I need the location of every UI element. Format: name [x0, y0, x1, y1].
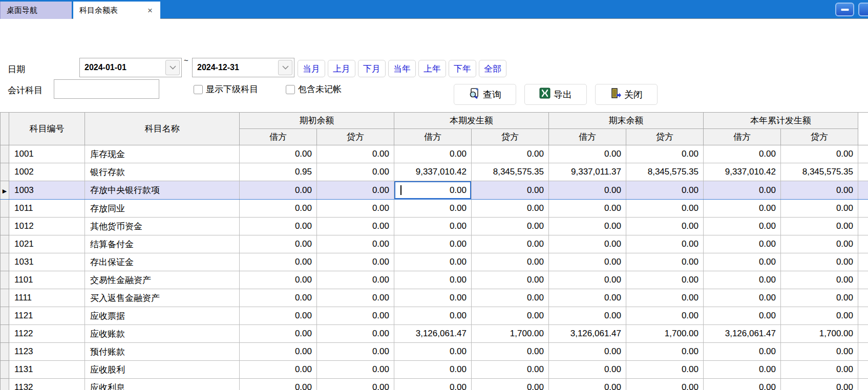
amount-cell[interactable]: 0.00 — [781, 235, 858, 253]
amount-cell[interactable]: 0.00 — [472, 181, 549, 200]
amount-cell[interactable]: 0.00 — [704, 200, 781, 218]
header-credit[interactable]: 贷方 — [626, 129, 704, 145]
amount-cell[interactable]: 0.00 — [394, 379, 472, 390]
amount-cell[interactable]: 0.00 — [626, 145, 704, 163]
amount-cell[interactable]: 0.95 — [240, 163, 317, 181]
minimize-button[interactable] — [835, 3, 854, 16]
amount-cell[interactable]: 0.00 — [472, 379, 549, 390]
amount-cell[interactable]: 0.00 — [317, 379, 394, 390]
header-credit[interactable]: 贷方 — [472, 129, 549, 145]
amount-cell[interactable]: 0.00 — [240, 379, 317, 390]
row-gutter[interactable] — [1, 200, 9, 218]
amount-cell[interactable]: 0.00 — [240, 325, 317, 343]
amount-cell[interactable]: 1,700.00 — [781, 325, 858, 343]
amount-cell[interactable]: 0.00 — [781, 145, 858, 163]
amount-cell[interactable]: 1,700.00 — [472, 325, 549, 343]
account-name-cell[interactable]: 存出保证金 — [85, 253, 240, 271]
amount-cell[interactable]: 0.00 — [472, 343, 549, 361]
amount-cell[interactable]: 0.00 — [317, 200, 394, 218]
row-gutter[interactable] — [1, 145, 9, 163]
amount-cell[interactable]: 0.00 — [781, 253, 858, 271]
amount-cell[interactable]: 0.00 — [626, 379, 704, 390]
account-code-cell[interactable]: 1123 — [9, 343, 85, 361]
amount-cell[interactable]: 0.00 — [394, 271, 472, 289]
account-name-cell[interactable]: 存放中央银行款项 — [85, 181, 240, 200]
amount-cell[interactable]: 0.00 — [626, 235, 704, 253]
amount-cell[interactable]: 0.00 — [317, 271, 394, 289]
account-code-cell[interactable]: 1132 — [9, 379, 85, 390]
amount-cell[interactable]: 0.00 — [704, 289, 781, 307]
amount-cell[interactable]: 0.00 — [626, 181, 704, 200]
amount-cell[interactable]: 0.00 — [472, 218, 549, 235]
account-name-cell[interactable]: 应收票据 — [85, 307, 240, 325]
checkbox-icon[interactable] — [194, 85, 203, 94]
amount-cell[interactable]: 0.00 — [781, 343, 858, 361]
amount-cell[interactable]: 9,337,010.42 — [704, 163, 781, 181]
amount-cell[interactable]: 0.00 — [317, 307, 394, 325]
close-button[interactable]: 关闭 — [595, 84, 658, 105]
amount-cell[interactable]: 0.00 — [704, 253, 781, 271]
period-button-1[interactable]: 上月 — [328, 60, 355, 77]
account-code-cell[interactable]: 1001 — [9, 145, 85, 163]
amount-cell[interactable]: 0.00 — [317, 289, 394, 307]
account-name-cell[interactable]: 买入返售金融资产 — [85, 289, 240, 307]
account-code-cell[interactable]: 1101 — [9, 271, 85, 289]
account-name-cell[interactable]: 其他货币资金 — [85, 218, 240, 235]
amount-cell[interactable]: 0.00 — [240, 145, 317, 163]
account-code-cell[interactable]: 1002 — [9, 163, 85, 181]
row-gutter[interactable] — [1, 163, 9, 181]
checkbox-include-unposted[interactable]: 包含未记帐 — [286, 83, 342, 95]
amount-cell[interactable]: 0.00 — [781, 218, 858, 235]
row-gutter[interactable]: ▶ — [1, 181, 9, 200]
header-opening-balance[interactable]: 期初余额 — [240, 113, 394, 129]
account-name-cell[interactable]: 预付账款 — [85, 343, 240, 361]
amount-cell[interactable]: 0.00 — [781, 307, 858, 325]
amount-cell[interactable]: 0.00 — [394, 307, 472, 325]
account-name-cell[interactable]: 应收利息 — [85, 379, 240, 390]
amount-cell[interactable]: 0.00 — [549, 253, 626, 271]
amount-cell[interactable]: 0.00 — [704, 379, 781, 390]
amount-cell[interactable]: 0.00 — [394, 361, 472, 379]
account-code-cell[interactable]: 1031 — [9, 253, 85, 271]
amount-cell[interactable]: 0.00 — [704, 235, 781, 253]
account-name-cell[interactable]: 应收账款 — [85, 325, 240, 343]
row-gutter[interactable] — [1, 361, 9, 379]
amount-cell[interactable]: 0.00 — [704, 343, 781, 361]
amount-cell[interactable]: 0.00 — [704, 181, 781, 200]
account-code-cell[interactable]: 1003 — [9, 181, 85, 200]
checkbox-icon[interactable] — [286, 85, 295, 94]
amount-cell[interactable]: 8,345,575.35 — [781, 163, 858, 181]
amount-cell[interactable]: 0.00 — [317, 325, 394, 343]
row-gutter[interactable] — [1, 235, 9, 253]
amount-cell[interactable]: 0.00 — [472, 235, 549, 253]
amount-cell[interactable]: 9,337,011.37 — [549, 163, 626, 181]
amount-cell[interactable]: 0.00 — [549, 271, 626, 289]
chevron-down-icon[interactable] — [278, 60, 292, 75]
export-button[interactable]: 导出 — [524, 84, 587, 105]
amount-cell[interactable]: 0.00 — [472, 253, 549, 271]
row-gutter[interactable] — [1, 253, 9, 271]
row-gutter[interactable] — [1, 218, 9, 235]
amount-cell[interactable]: 0.00 — [549, 289, 626, 307]
amount-cell[interactable]: 0.00 — [317, 163, 394, 181]
period-button-2[interactable]: 下月 — [358, 60, 386, 77]
header-account-name[interactable]: 科目名称 — [85, 113, 240, 145]
amount-cell[interactable]: 0.00 — [240, 253, 317, 271]
amount-cell[interactable]: 0.00 — [240, 200, 317, 218]
amount-cell[interactable]: 0.00 — [549, 218, 626, 235]
period-button-5[interactable]: 下年 — [449, 60, 476, 77]
amount-cell[interactable]: 0.00 — [781, 289, 858, 307]
amount-cell[interactable]: 0.00 — [549, 361, 626, 379]
amount-cell[interactable]: 0.00 — [626, 307, 704, 325]
row-gutter[interactable] — [1, 343, 9, 361]
amount-cell[interactable]: 0.00 — [626, 289, 704, 307]
header-ytd-activity[interactable]: 本年累计发生额 — [704, 113, 858, 129]
amount-cell[interactable]: 0.00 — [317, 361, 394, 379]
amount-cell[interactable]: 0.00 — [549, 200, 626, 218]
amount-cell[interactable]: 0.00 — [240, 361, 317, 379]
amount-cell[interactable]: 0.00 — [704, 218, 781, 235]
amount-cell[interactable]: 8,345,575.35 — [472, 163, 549, 181]
header-ending-balance[interactable]: 期末余额 — [549, 113, 704, 129]
header-credit[interactable]: 贷方 — [781, 129, 858, 145]
amount-cell[interactable]: 0.00 — [240, 235, 317, 253]
